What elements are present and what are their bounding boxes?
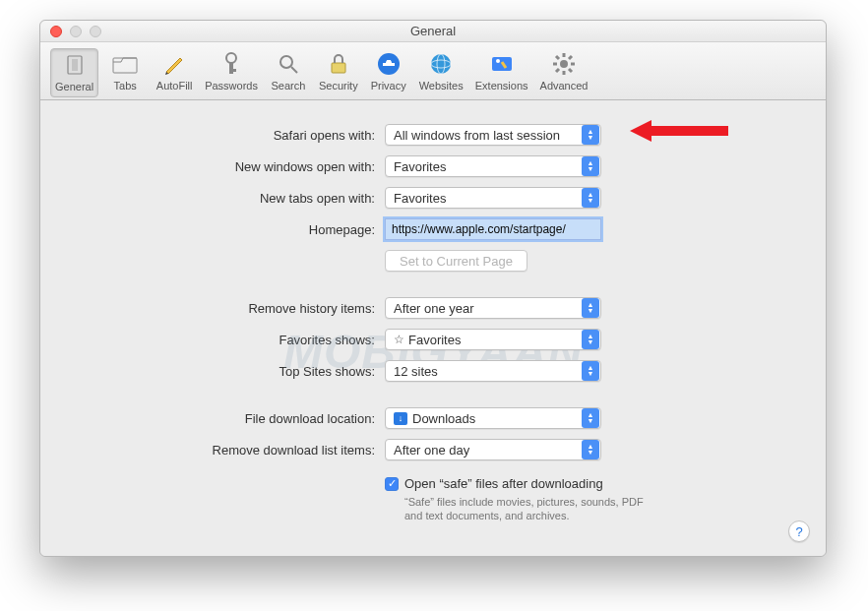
- tab-general[interactable]: General: [50, 48, 98, 97]
- remove-downloads-label: Remove download list items:: [80, 443, 385, 458]
- dropdown-value: All windows from last session: [394, 128, 582, 143]
- tab-search[interactable]: Search: [266, 48, 311, 95]
- minimize-button[interactable]: [70, 26, 82, 37]
- dropdown-value: Favorites: [394, 159, 582, 174]
- favorites-shows-dropdown[interactable]: ☆ Favorites ▲▼: [385, 329, 601, 350]
- tab-label: AutoFill: [156, 80, 193, 92]
- chevron-updown-icon: ▲▼: [582, 188, 599, 208]
- safari-opens-dropdown[interactable]: All windows from last session ▲▼: [385, 124, 601, 146]
- tab-label: Security: [319, 80, 358, 92]
- tab-privacy[interactable]: Privacy: [366, 48, 411, 95]
- passwords-icon: [217, 50, 245, 78]
- open-safe-files-checkbox[interactable]: ✓: [385, 477, 399, 491]
- tab-label: General: [55, 81, 93, 92]
- downloads-folder-icon: ↓: [394, 412, 407, 425]
- set-current-page-button[interactable]: Set to Current Page: [385, 250, 527, 272]
- tab-label: Extensions: [475, 80, 528, 92]
- safari-opens-label: Safari opens with:: [80, 128, 385, 143]
- top-sites-dropdown[interactable]: 12 sites ▲▼: [385, 360, 601, 382]
- safe-files-help-text: “Safe” files include movies, pictures, s…: [404, 495, 651, 522]
- chevron-updown-icon: ▲▼: [582, 440, 599, 459]
- titlebar: General: [40, 21, 826, 42]
- remove-history-dropdown[interactable]: After one year ▲▼: [385, 297, 601, 319]
- chevron-updown-icon: ▲▼: [582, 361, 599, 381]
- zoom-button[interactable]: [90, 26, 101, 37]
- svg-rect-12: [387, 60, 391, 63]
- help-button[interactable]: ?: [788, 520, 810, 542]
- search-icon: [275, 50, 302, 78]
- security-icon: [325, 50, 352, 78]
- dropdown-value: Downloads: [412, 411, 582, 426]
- chevron-updown-icon: ▲▼: [582, 125, 599, 145]
- svg-point-3: [226, 53, 236, 63]
- tab-label: Passwords: [205, 80, 258, 92]
- svg-rect-1: [72, 59, 78, 71]
- tab-autofill[interactable]: AutoFill: [152, 48, 197, 95]
- homepage-label: Homepage:: [80, 222, 385, 237]
- svg-point-6: [280, 56, 292, 68]
- download-location-dropdown[interactable]: ↓ Downloads ▲▼: [385, 407, 601, 429]
- homepage-field[interactable]: [385, 218, 601, 240]
- svg-line-24: [569, 69, 572, 72]
- tab-label: Tabs: [114, 80, 137, 92]
- tab-websites[interactable]: Websites: [415, 48, 467, 95]
- dropdown-value: 12 sites: [394, 364, 582, 379]
- window-title: General: [40, 24, 826, 38]
- new-tabs-label: New tabs open with:: [80, 191, 385, 206]
- svg-rect-5: [229, 69, 236, 72]
- preferences-content: MOBIGYAAN Safari opens with: All windows…: [40, 100, 826, 556]
- tab-passwords[interactable]: Passwords: [201, 48, 262, 95]
- svg-point-17: [496, 59, 500, 63]
- chevron-updown-icon: ▲▼: [582, 156, 599, 176]
- remove-history-label: Remove history items:: [80, 301, 385, 316]
- websites-icon: [427, 50, 455, 78]
- preferences-toolbar: General Tabs AutoFill Passwords Search: [40, 42, 826, 100]
- open-safe-files-row: ✓ Open “safe” files after downloading: [385, 476, 680, 491]
- svg-line-26: [569, 56, 572, 59]
- chevron-updown-icon: ▲▼: [582, 408, 599, 428]
- remove-downloads-dropdown[interactable]: After one day ▲▼: [385, 439, 601, 460]
- favorites-shows-label: Favorites shows:: [80, 333, 385, 347]
- tab-security[interactable]: Security: [315, 48, 362, 95]
- svg-point-13: [431, 54, 451, 74]
- close-button[interactable]: [50, 26, 62, 37]
- tabs-icon: [111, 50, 139, 78]
- new-windows-dropdown[interactable]: Favorites ▲▼: [385, 155, 601, 177]
- svg-line-7: [291, 67, 297, 73]
- dropdown-value: After one year: [394, 301, 582, 316]
- svg-point-18: [560, 60, 568, 68]
- extensions-icon: [488, 50, 516, 78]
- svg-rect-4: [229, 62, 233, 74]
- tab-label: Websites: [419, 80, 464, 92]
- star-icon: ☆: [394, 333, 404, 346]
- window-controls: [50, 26, 101, 37]
- advanced-icon: [550, 50, 578, 78]
- tab-extensions[interactable]: Extensions: [471, 48, 532, 95]
- svg-rect-2: [113, 58, 137, 73]
- download-location-label: File download location:: [80, 411, 385, 426]
- new-tabs-dropdown[interactable]: Favorites ▲▼: [385, 187, 601, 209]
- tab-label: Search: [272, 80, 306, 92]
- open-safe-files-label: Open “safe” files after downloading: [404, 476, 603, 491]
- new-windows-label: New windows open with:: [80, 159, 385, 174]
- tab-label: Privacy: [371, 80, 406, 92]
- dropdown-value: Favorites: [394, 191, 582, 206]
- top-sites-label: Top Sites shows:: [80, 364, 385, 379]
- tab-label: Advanced: [540, 80, 589, 92]
- dropdown-value: Favorites: [408, 333, 582, 347]
- chevron-updown-icon: ▲▼: [582, 330, 599, 349]
- svg-rect-8: [332, 63, 345, 73]
- chevron-updown-icon: ▲▼: [582, 298, 599, 318]
- privacy-icon: [375, 50, 403, 78]
- tab-advanced[interactable]: Advanced: [536, 48, 592, 95]
- preferences-window: General General Tabs AutoFill Passwords: [39, 20, 827, 557]
- autofill-icon: [160, 50, 188, 78]
- svg-line-25: [556, 69, 559, 72]
- general-icon: [61, 51, 89, 79]
- tab-tabs[interactable]: Tabs: [102, 48, 148, 95]
- svg-line-23: [556, 56, 559, 59]
- dropdown-value: After one day: [394, 443, 582, 458]
